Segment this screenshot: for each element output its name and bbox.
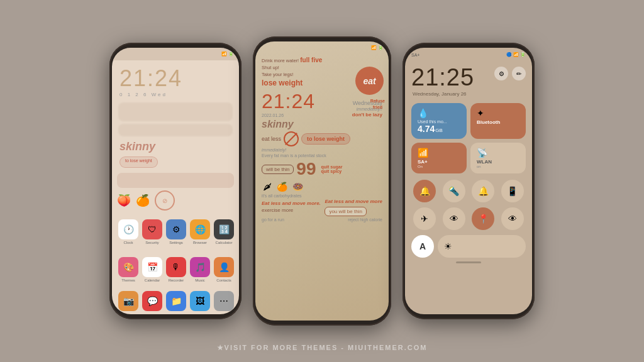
app-security[interactable]: 🛡 Security xyxy=(142,219,162,244)
time-3: 21:25 xyxy=(411,64,474,91)
bluetooth-label: Bluetooth xyxy=(477,119,519,125)
data-gb-value: 4.74 xyxy=(418,124,435,134)
more-icon: ⋯ xyxy=(214,291,234,311)
status-icons-3: 🔵 📶 🔋 xyxy=(506,52,526,57)
app-contacts[interactable]: 👤 Contacts xyxy=(214,257,234,282)
go-run: go for a run xyxy=(262,217,284,222)
line1-highlight: full five xyxy=(300,57,322,63)
app-settings[interactable]: ⚙ Settings xyxy=(166,219,186,244)
gallery-icon: 🖼 xyxy=(190,291,210,311)
contacts-label: Contacts xyxy=(216,278,231,282)
refuse-fried-text: Refuse fried xyxy=(370,98,385,111)
app-browser[interactable]: 🌐 Browser xyxy=(190,219,210,244)
to-lose-badge-2: to lose weight xyxy=(301,133,350,145)
sa-tile[interactable]: 📶 SA+ On xyxy=(411,143,467,173)
wlan-icon: 📡 xyxy=(477,148,519,158)
data-icon: 💧 xyxy=(418,108,460,118)
bluetooth-icon: ✦ xyxy=(477,108,519,118)
cast-btn[interactable]: 👁 xyxy=(501,207,524,230)
app-camera[interactable]: 📷 xyxy=(118,291,138,311)
vibrate-btn[interactable]: 🔔 xyxy=(413,180,436,202)
app-files[interactable]: 📁 xyxy=(166,291,186,311)
food-emojis: 🌶 🍊 🍩 xyxy=(262,180,382,193)
sa-icon: 📶 xyxy=(418,148,460,158)
app-themes[interactable]: 🎨 Themes xyxy=(118,257,138,282)
motivational-area: skinny to lose weight xyxy=(112,139,239,170)
app-more[interactable]: ⋯ xyxy=(214,291,234,311)
screen-btn[interactable]: 📱 xyxy=(501,180,524,202)
app-calendar[interactable]: 📅 Calendar xyxy=(142,257,162,282)
data-value-row: 4.74 GB xyxy=(418,124,460,134)
calculator-icon: 🔢 xyxy=(214,219,234,239)
browser-label: Browser xyxy=(193,241,207,244)
app-messages[interactable]: 💬 xyxy=(142,291,162,311)
clock-icon: 🕐 xyxy=(118,219,138,239)
time-and-icons-row: 21:25 Wednesday, January 26 ⚙ ✏ xyxy=(405,62,532,99)
time-area-3: 21:25 Wednesday, January 26 xyxy=(411,64,474,97)
home-indicator xyxy=(405,261,532,263)
themes-label: Themes xyxy=(121,278,135,282)
left-col: 21:24 2022.01.26 skinny xyxy=(262,87,315,130)
thin-number-row: will be thin 99 quit sugar quit spicy xyxy=(262,159,382,179)
data-tile[interactable]: 💧 Used this mo... 4.74 GB xyxy=(411,103,467,139)
status-icons-2: 📶 🔋 xyxy=(371,45,384,50)
wlan-tile[interactable]: 📡 WLAN on xyxy=(470,143,526,173)
app-gallery[interactable]: 🖼 xyxy=(190,291,210,311)
music-icon: 🎵 xyxy=(190,257,210,277)
app-calculator[interactable]: 🔢 Calculator xyxy=(214,219,234,244)
immediately-2: immediately! xyxy=(262,148,382,152)
themes-icon: 🎨 xyxy=(118,257,138,277)
a-button[interactable]: A xyxy=(411,235,434,258)
quit-spicy: quit spicy xyxy=(321,169,343,173)
wlan-on: on xyxy=(477,165,519,168)
blurred-widget-1 xyxy=(118,102,233,121)
app-recorder[interactable]: 🎙 Recorder xyxy=(166,257,186,282)
recorder-label: Recorder xyxy=(169,278,184,282)
quick-icon-edit[interactable]: ✏ xyxy=(512,67,526,80)
phone-1: 📶 🔋 21:24 0 1 2 6 Wed skinny to lose wei… xyxy=(109,43,242,319)
contacts-icon: 👤 xyxy=(214,257,234,277)
watermark-text: ★VISIT FOR MORE THEMES - MIUITHEMER.COM xyxy=(0,344,644,352)
date-1: 0 1 2 6 Wed xyxy=(119,92,231,97)
sa-label: SA+ xyxy=(418,159,460,165)
status-bar-1: 📶 🔋 xyxy=(112,48,239,60)
carb-text: it's all carbohydrates xyxy=(262,194,382,198)
apps-grid-row3: 📷 💬 📁 🖼 ⋯ xyxy=(112,287,239,314)
sa-status-left: SA+ xyxy=(411,53,419,57)
phone-3: SA+ 🔵 📶 🔋 21:25 Wednesday, January 26 ⚙ … xyxy=(402,43,535,319)
eat-move-2: Eat less and move more xyxy=(325,199,382,204)
bottom-icons-row: 🍑 🍊 ⊘ xyxy=(117,190,234,211)
eye-btn[interactable]: 👁 xyxy=(443,207,465,230)
right-final: Eat less and move more you will be thin xyxy=(325,199,382,216)
lose-weight-badge: lose weight xyxy=(262,79,303,87)
settings-label: Settings xyxy=(169,241,183,244)
bottom-row: go for a run reject high calorie xyxy=(262,217,382,222)
exercise-text: exercise more xyxy=(262,207,321,213)
home-bar xyxy=(456,261,481,263)
you-will-thin: you will be thin xyxy=(325,207,366,216)
bell-btn[interactable]: 🔔 xyxy=(472,180,494,202)
date-3: Wednesday, January 26 xyxy=(413,91,474,97)
dont-lazy: don't be lazy xyxy=(352,112,382,118)
app-music[interactable]: 🎵 Music xyxy=(190,257,210,282)
location-btn[interactable]: 📍 xyxy=(472,207,494,230)
potential-text: Every fat man is a potential stock xyxy=(262,153,382,158)
screen-3: SA+ 🔵 📶 🔋 21:25 Wednesday, January 26 ⚙ … xyxy=(405,48,532,314)
reject-text: reject high calorie xyxy=(348,217,382,222)
airplane-btn[interactable]: ✈ xyxy=(413,207,436,230)
screen-2: 📶 🔋 Drink more water! full five Shut up!… xyxy=(255,41,389,321)
brightness-icon: ☀ xyxy=(444,241,452,251)
quick-icon-gear[interactable]: ⚙ xyxy=(494,67,508,80)
flashlight-btn[interactable]: 🔦 xyxy=(443,180,465,202)
food-emoji-3: 🍩 xyxy=(292,182,303,192)
status-bar-2: 📶 🔋 xyxy=(255,41,389,54)
widgets-area-1 xyxy=(112,100,239,139)
app-clock[interactable]: 🕐 Clock xyxy=(118,219,138,244)
eat-less-row: eat less to lose weight xyxy=(262,131,382,146)
apps-grid-row2: 🎨 Themes 📅 Calendar 🎙 Recorder 🎵 Music 👤 xyxy=(112,253,239,286)
files-icon: 📁 xyxy=(166,291,186,311)
bluetooth-tile[interactable]: ✦ Bluetooth xyxy=(470,103,526,139)
quit-col: quit sugar quit spicy xyxy=(321,165,343,173)
calculator-label: Calculator xyxy=(215,241,232,244)
brightness-slider[interactable]: ☀ xyxy=(438,235,526,258)
